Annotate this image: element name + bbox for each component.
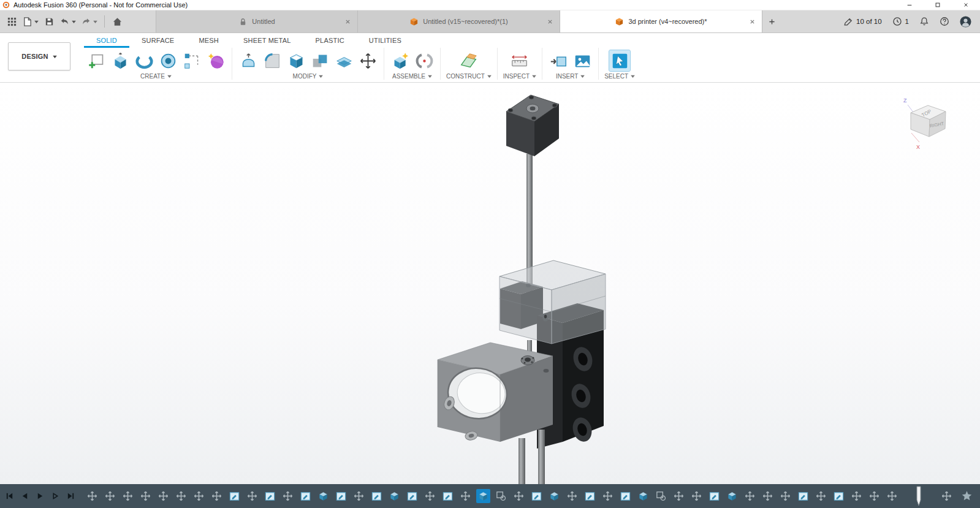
timeline-feature-move[interactable] (156, 489, 170, 503)
hole-button[interactable] (158, 50, 178, 71)
fillet-button[interactable] (262, 50, 283, 71)
timeline-feature-move[interactable] (885, 489, 899, 503)
3d-model[interactable] (0, 83, 980, 484)
user-avatar[interactable] (960, 16, 971, 28)
document-tab[interactable]: 3d printer (v4~recovered)* (560, 10, 762, 32)
timeline-feature-sketch[interactable] (832, 489, 846, 503)
go-to-end-button[interactable] (66, 491, 75, 501)
assemble-menu[interactable]: ASSEMBLE (392, 73, 432, 80)
timeline-feature-move[interactable] (458, 489, 473, 503)
timeline-feature-extrude[interactable] (725, 489, 739, 503)
construction-plane-button[interactable] (458, 50, 479, 71)
step-back-button[interactable] (20, 491, 29, 501)
timeline-feature-extrude[interactable] (316, 489, 330, 503)
timeline-feature-sketch[interactable] (796, 489, 810, 503)
timeline-feature-move[interactable] (281, 489, 295, 503)
minimize-button[interactable] (895, 0, 924, 10)
undo-button[interactable] (57, 13, 78, 29)
select-button[interactable] (609, 50, 630, 71)
timeline-feature-sketch[interactable] (298, 489, 313, 503)
ribbon-tab-surface[interactable]: SURFACE (129, 35, 186, 48)
tab-close-icon[interactable] (545, 17, 554, 26)
press-pull-button[interactable] (238, 50, 259, 71)
timeline-feature-move[interactable] (139, 489, 153, 503)
tab-close-icon[interactable] (343, 17, 352, 26)
insert-menu[interactable]: INSERT (556, 73, 585, 80)
move-copy-button[interactable] (357, 50, 378, 71)
ribbon-tab-solid[interactable]: SOLID (84, 35, 129, 48)
ribbon-tab-mesh[interactable]: MESH (186, 35, 231, 48)
new-component-button[interactable] (390, 50, 411, 71)
timeline-feature-sketch[interactable] (618, 489, 632, 503)
home-button[interactable] (109, 13, 125, 29)
redo-button[interactable] (78, 13, 100, 29)
timeline-feature-move[interactable] (210, 489, 224, 503)
insert-canvas-button[interactable] (572, 50, 593, 71)
timeline-feature-sketch[interactable] (441, 489, 455, 503)
timeline-feature-move[interactable] (761, 489, 775, 503)
pattern-button[interactable] (181, 50, 202, 71)
timeline-feature-move[interactable] (814, 489, 828, 503)
timeline-feature-move[interactable] (423, 489, 437, 503)
maximize-button[interactable] (924, 0, 952, 10)
ribbon-tab-utilities[interactable]: UTILITIES (357, 35, 414, 48)
recent-activity[interactable]: 1 (892, 17, 909, 26)
timeline-feature-move[interactable] (601, 489, 615, 503)
tab-close-icon[interactable] (748, 17, 756, 26)
timeline-feature-move[interactable] (103, 489, 117, 503)
timeline-feature-extrude[interactable] (387, 489, 401, 503)
timeline-feature-move[interactable] (192, 489, 206, 503)
timeline-feature-move[interactable] (565, 489, 579, 503)
timeline-feature-move[interactable] (743, 489, 757, 503)
timeline-feature-sketch[interactable] (334, 489, 348, 503)
timeline-feature-move[interactable] (512, 489, 526, 503)
timeline-feature-extrude[interactable] (547, 489, 561, 503)
go-to-start-button[interactable] (5, 491, 14, 501)
ribbon-tab-sheet-metal[interactable]: SHEET METAL (231, 35, 303, 48)
create-menu[interactable]: CREATE (140, 73, 172, 80)
document-tab[interactable]: Untitled (v15~recovered)*(1) (358, 10, 560, 32)
shell-button[interactable] (286, 50, 306, 71)
extrude-button[interactable] (110, 50, 131, 71)
timeline-feature-move[interactable] (352, 489, 366, 503)
combine-button[interactable] (310, 50, 330, 71)
timeline-feature-sketch[interactable] (227, 489, 241, 503)
timeline-feature-move[interactable] (174, 489, 188, 503)
construct-menu[interactable]: CONSTRUCT (446, 73, 492, 80)
timeline-feature-move[interactable] (849, 489, 864, 503)
inspect-menu[interactable]: INSPECT (503, 73, 536, 80)
timeline-feature-component[interactable] (494, 489, 508, 503)
create-sketch-button[interactable] (86, 50, 107, 71)
timeline-feature-sketch[interactable] (405, 489, 419, 503)
modify-menu[interactable]: MODIFY (293, 73, 324, 80)
notifications-button[interactable] (919, 17, 929, 26)
joint-button[interactable] (414, 50, 435, 71)
save-button[interactable] (41, 13, 57, 29)
timeline-feature-move[interactable] (689, 489, 704, 503)
timeline-feature-move[interactable] (672, 489, 686, 503)
job-status[interactable]: 10 of 10 (843, 17, 882, 26)
timeline-feature-extrude[interactable] (476, 489, 490, 503)
timeline-feature-sketch[interactable] (530, 489, 544, 503)
step-forward-button[interactable] (51, 491, 60, 501)
ribbon-tab-plastic[interactable]: PLASTIC (303, 35, 357, 48)
insert-derive-button[interactable] (548, 50, 569, 71)
viewcube[interactable]: Z X TOP RIGHT (900, 95, 952, 151)
timeline-feature-move[interactable] (778, 489, 792, 503)
timeline-feature-sketch[interactable] (263, 489, 277, 503)
workspace-selector[interactable]: DESIGN (8, 42, 70, 70)
timeline-playhead[interactable] (914, 486, 923, 507)
timeline-feature-move[interactable] (121, 489, 135, 503)
revolve-button[interactable] (134, 50, 154, 71)
timeline-feature-sketch[interactable] (583, 489, 597, 503)
timeline-feature-sketch[interactable] (707, 489, 721, 503)
help-button[interactable] (940, 17, 949, 26)
timeline-feature-move[interactable] (245, 489, 259, 503)
create-form-button[interactable] (205, 50, 226, 71)
play-button[interactable] (36, 491, 45, 501)
data-panel-button[interactable] (4, 13, 20, 29)
close-button[interactable] (952, 0, 980, 10)
timeline-feature-move[interactable] (85, 489, 99, 503)
timeline-feature-move[interactable] (867, 489, 881, 503)
timeline-feature-strip[interactable] (85, 489, 906, 503)
